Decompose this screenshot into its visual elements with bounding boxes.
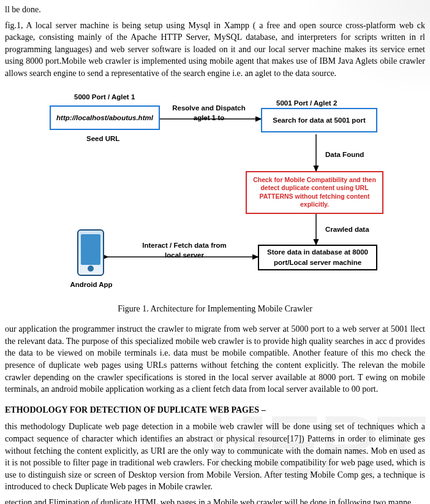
- dispatch-label: Resolve and Dispatch aglet 1 to: [166, 103, 252, 123]
- paragraph-setup: fig.1, A local server machine is being s…: [5, 20, 425, 80]
- paragraph-detection: etection and Elimination of duplicate HT…: [5, 497, 425, 504]
- fetch-label: Interact / Fetch data from local server: [132, 240, 236, 260]
- architecture-diagram: 5000 Port / Aglet 1 5001 Port / Aglet 2 …: [43, 88, 387, 297]
- check-compat-box: Check for Mobile Compatibility and then …: [246, 171, 383, 214]
- port-label-2: 5001 Port / Aglet 2: [276, 98, 337, 108]
- methodology-heading: ETHODOLOGY FOR DETECTION OF DUPLICATE WE…: [5, 404, 425, 416]
- seed-url-label: Seed URL: [86, 134, 119, 143]
- paragraph-application: our application the programmer instruct …: [5, 323, 425, 395]
- crawled-data-label: Crawled data: [325, 224, 369, 234]
- android-app-label: Android App: [67, 280, 116, 289]
- search-box: Search for data at 5001 port: [261, 108, 377, 132]
- android-phone-icon: [77, 229, 104, 276]
- store-box: Store data in database at 8000 port/Loca…: [258, 245, 377, 270]
- seed-url-box: http://localhost/aboutus.html: [50, 105, 160, 130]
- data-found-label: Data Found: [325, 150, 364, 159]
- paragraph-fragment-top: ll be done.: [5, 4, 425, 16]
- page-content: ll be done. fig.1, A local server machin…: [0, 4, 430, 504]
- port-label-1: 5000 Port / Aglet 1: [74, 92, 135, 102]
- figure-caption: Figure 1. Architecture for Implementing …: [5, 303, 425, 315]
- paragraph-methodology: this methodology Duplicate web page dete…: [5, 421, 425, 493]
